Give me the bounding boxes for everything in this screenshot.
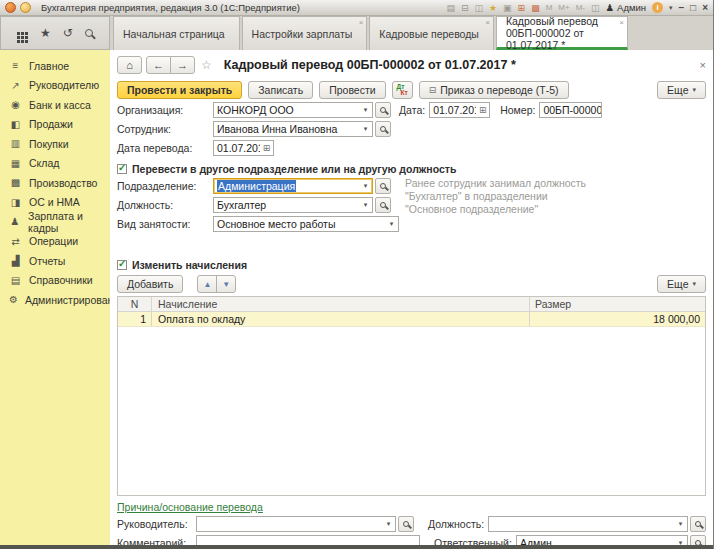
sidebar-item-purchases[interactable]: ▥Покупки bbox=[0, 134, 110, 154]
minimize-button[interactable]: – bbox=[679, 2, 685, 13]
restore-button[interactable]: □ bbox=[690, 2, 696, 13]
search-icon[interactable] bbox=[85, 29, 93, 37]
manager-open-button[interactable] bbox=[398, 516, 414, 532]
administration-icon: ⚙ bbox=[9, 294, 18, 305]
sections-menu-icon[interactable] bbox=[17, 32, 20, 35]
date-field[interactable]: 01.07.2017 ⊞ bbox=[429, 102, 490, 118]
save-icon[interactable]: ▤ bbox=[446, 3, 455, 13]
bank-cash-icon: ◉ bbox=[9, 99, 22, 110]
employment-field[interactable]: Основное место работы ▾ bbox=[213, 216, 399, 232]
app-main-menu-icon[interactable] bbox=[5, 2, 16, 13]
chevron-down-icon[interactable]: ▾ bbox=[674, 539, 687, 545]
employee-open-button[interactable] bbox=[375, 121, 391, 137]
calendar-icon[interactable]: ⊞ bbox=[260, 143, 273, 153]
manager-position-open-button[interactable] bbox=[690, 516, 706, 532]
employee-field[interactable]: Иванова Инна Ивановна ▾ bbox=[213, 121, 373, 137]
chevron-down-icon[interactable]: ▾ bbox=[359, 106, 372, 114]
position-field[interactable]: Бухгалтер ▾ bbox=[213, 197, 373, 213]
fixed-assets-icon: ◨ bbox=[9, 197, 22, 208]
transfer-date-field[interactable]: 01.07.2017 ⊞ bbox=[213, 140, 274, 156]
table-row[interactable]: 1 Оплата по окладу 18 000,00 bbox=[118, 312, 705, 327]
form-close-icon[interactable]: × bbox=[700, 59, 706, 71]
operations-icon: ⇄ bbox=[9, 236, 22, 247]
chevron-down-icon[interactable]: ▾ bbox=[359, 182, 372, 190]
sidebar-item-reports[interactable]: ▟Отчеты bbox=[0, 251, 110, 271]
memory-m-minus-button[interactable]: M- bbox=[576, 3, 585, 12]
favorites-icon[interactable]: ★ bbox=[40, 26, 51, 40]
purchases-icon: ▥ bbox=[9, 138, 22, 149]
sidebar-item-sales[interactable]: ◧Продажи bbox=[0, 115, 110, 135]
save-button[interactable]: Записать bbox=[248, 81, 313, 99]
history-icon[interactable]: ↺ bbox=[63, 26, 73, 40]
organization-row: Организация: КОНКОРД ООО ▾ Дата: 01.07.2… bbox=[117, 102, 706, 118]
tab-close-icon[interactable]: × bbox=[359, 19, 364, 27]
sidebar-item-warehouse[interactable]: ▦Склад bbox=[0, 154, 110, 174]
app-secondary-menu-icon[interactable] bbox=[20, 2, 31, 13]
accruals-command-bar: Добавить ▲ ▼ Еще ▾ bbox=[117, 275, 706, 293]
sidebar-item-salary-hr[interactable]: ♟Зарплата и кадры bbox=[0, 212, 110, 232]
info-icon[interactable]: i bbox=[652, 2, 663, 13]
more-button[interactable]: Еще ▾ bbox=[657, 81, 706, 99]
department-field[interactable]: Администрация ▾ bbox=[213, 178, 373, 194]
move-up-button[interactable]: ▲ bbox=[197, 275, 217, 293]
tab-personnel-transfer-doc[interactable]: Кадровый перевод 00БП-000002 от 01.07.20… bbox=[496, 16, 628, 50]
table-empty-area[interactable] bbox=[118, 327, 705, 495]
organization-field[interactable]: КОНКОРД ООО ▾ bbox=[213, 102, 373, 118]
post-and-close-button[interactable]: Провести и закрыть bbox=[117, 81, 242, 99]
chevron-down-icon[interactable]: ▾ bbox=[674, 520, 687, 528]
close-window-button[interactable]: × bbox=[702, 2, 708, 13]
transfer-order-button[interactable]: ⊟ Приказ о переводе (Т-5) bbox=[419, 81, 569, 99]
chevron-down-icon[interactable]: ▾ bbox=[359, 125, 372, 133]
sidebar-item-administration[interactable]: ⚙Администрирование bbox=[0, 290, 110, 310]
memory-m-plus-button[interactable]: M+ bbox=[558, 3, 569, 12]
split-window-icon[interactable]: ◫ bbox=[591, 3, 600, 13]
number-field[interactable]: 00БП-000002 bbox=[539, 102, 602, 118]
transfer-reason-link[interactable]: Причина/основание перевода bbox=[117, 501, 263, 513]
transfer-checkbox[interactable]: ✓ Перевести в другое подразделение или н… bbox=[117, 163, 706, 175]
department-open-button[interactable] bbox=[375, 178, 391, 194]
table-more-button[interactable]: Еще ▾ bbox=[657, 275, 706, 293]
forward-button[interactable]: → bbox=[170, 56, 195, 74]
comment-field[interactable] bbox=[196, 535, 420, 545]
post-button[interactable]: Провести bbox=[319, 81, 385, 99]
responsible-open-button[interactable] bbox=[690, 535, 706, 545]
tab-salary-settings[interactable]: Настройки зарплаты × bbox=[242, 16, 368, 50]
sidebar-item-manager[interactable]: ↗Руководителю bbox=[0, 76, 110, 96]
tab-home[interactable]: Начальная страница bbox=[113, 16, 240, 50]
tab-close-icon[interactable]: × bbox=[619, 19, 624, 27]
organization-open-button[interactable] bbox=[375, 102, 391, 118]
home-button[interactable]: ⌂ bbox=[117, 56, 142, 74]
back-button[interactable]: ← bbox=[146, 56, 171, 74]
calculator-icon[interactable]: ▩ bbox=[531, 3, 540, 13]
add-favorite-icon[interactable]: ★ bbox=[489, 3, 497, 13]
chevron-down-icon[interactable]: ▾ bbox=[385, 220, 398, 228]
frame-icon[interactable]: ▣ bbox=[503, 3, 512, 13]
tab-personnel-transfers[interactable]: Кадровые переводы × bbox=[369, 16, 494, 50]
chevron-down-icon[interactable]: ▾ bbox=[382, 520, 395, 528]
manager-position-field[interactable]: ▾ bbox=[488, 516, 688, 532]
user-menu[interactable]: ♟ Админ bbox=[606, 2, 647, 13]
favorite-star-icon[interactable]: ☆ bbox=[201, 58, 212, 72]
responsible-field[interactable]: Админ ▾ bbox=[516, 535, 688, 545]
calendar-icon[interactable]: ⊞ bbox=[476, 105, 489, 115]
tab-close-icon[interactable]: × bbox=[485, 19, 490, 27]
print-icon[interactable]: ⊟ bbox=[461, 3, 469, 13]
position-open-button[interactable] bbox=[375, 197, 391, 213]
sidebar-item-directories[interactable]: ▤Справочники bbox=[0, 271, 110, 291]
manager-field[interactable]: ▾ bbox=[196, 516, 396, 532]
memory-m-button[interactable]: M bbox=[546, 3, 553, 12]
sidebar-item-production[interactable]: ▩Производство bbox=[0, 173, 110, 193]
change-accruals-checkbox[interactable]: ✓ Изменить начисления bbox=[117, 259, 706, 271]
sidebar-item-bank-cash[interactable]: ◉Банк и касса bbox=[0, 95, 110, 115]
department-label: Подразделение: bbox=[117, 180, 213, 192]
move-down-button[interactable]: ▼ bbox=[216, 275, 236, 293]
add-row-button[interactable]: Добавить bbox=[117, 275, 183, 293]
sidebar-item-operations[interactable]: ⇄Операции bbox=[0, 232, 110, 252]
preview-icon[interactable]: ◫ bbox=[475, 3, 484, 13]
sidebar-item-main[interactable]: ≡Главное bbox=[0, 56, 110, 76]
chevron-down-icon[interactable]: ▾ bbox=[359, 201, 372, 209]
form-toolbar: Провести и закрыть Записать Провести ДтК… bbox=[117, 81, 706, 99]
info-dropdown-icon[interactable]: ▾ bbox=[669, 4, 673, 12]
show-postings-button[interactable]: ДтКт bbox=[392, 81, 413, 99]
calendar-icon[interactable]: ⊞ bbox=[518, 3, 526, 13]
